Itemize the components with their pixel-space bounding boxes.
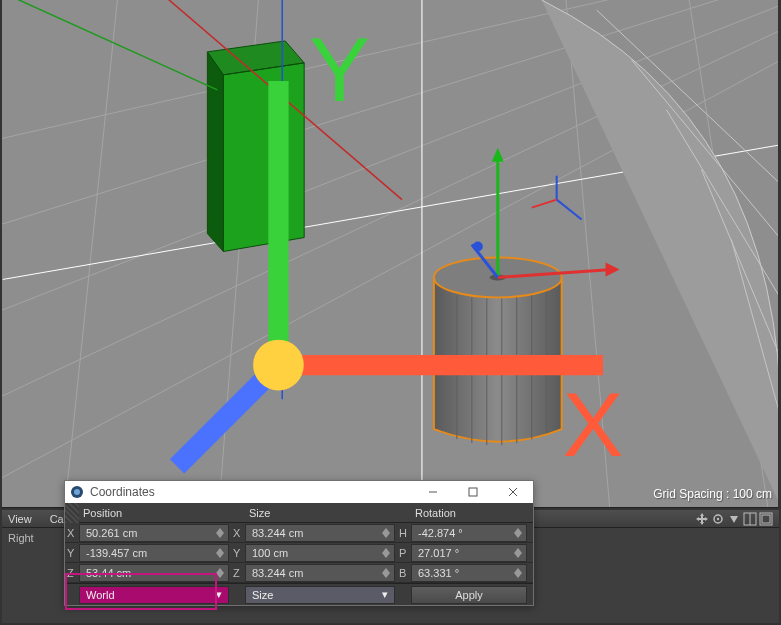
col-size: Size xyxy=(245,507,397,519)
svg-rect-57 xyxy=(762,515,770,523)
svg-point-59 xyxy=(74,489,80,495)
grid-spacing-label: Grid Spacing : 100 cm xyxy=(653,487,772,501)
titlebar[interactable]: Coordinates xyxy=(65,481,533,503)
coordinates-window[interactable]: Coordinates Position Size Rotation X 50.… xyxy=(64,480,534,606)
target-icon[interactable] xyxy=(711,512,725,528)
svg-point-42 xyxy=(473,242,483,252)
position-y-field[interactable]: -139.457 cm xyxy=(79,544,229,562)
axis-z-label: Z xyxy=(65,567,79,579)
svg-marker-20 xyxy=(223,63,304,252)
move-arrows-icon[interactable] xyxy=(695,512,709,528)
minimize-button[interactable] xyxy=(413,481,453,503)
svg-line-6 xyxy=(63,0,123,507)
rotation-p-field[interactable]: 27.017 ° xyxy=(411,544,527,562)
panel-layout-icon[interactable] xyxy=(743,512,757,528)
chevron-down-icon: ▾ xyxy=(216,588,222,601)
svg-rect-61 xyxy=(469,488,477,496)
axis-y-label: Y xyxy=(65,547,79,559)
maximize-button[interactable] xyxy=(453,481,493,503)
down-arrow-icon[interactable] xyxy=(727,512,741,528)
window-title: Coordinates xyxy=(90,485,155,499)
expand-panel-icon[interactable] xyxy=(759,512,773,528)
size-mode-dropdown[interactable]: Size ▾ xyxy=(245,586,395,604)
svg-point-53 xyxy=(717,518,719,520)
drag-grip-icon[interactable] xyxy=(65,503,79,523)
cylinder-object[interactable] xyxy=(434,257,562,445)
svg-marker-19 xyxy=(207,52,223,252)
panel-icon-row xyxy=(695,512,773,528)
chevron-down-icon: ▾ xyxy=(382,588,388,601)
position-z-field[interactable]: 53.44 cm xyxy=(79,564,229,582)
axis-y2-label: Y xyxy=(231,547,245,559)
size-z-field[interactable]: 83.244 cm xyxy=(245,564,395,582)
col-rotation: Rotation xyxy=(411,507,529,519)
axis-h-label: H xyxy=(397,527,411,539)
svg-line-43 xyxy=(557,200,582,220)
axis-b-label: B xyxy=(397,567,411,579)
apply-button[interactable]: Apply xyxy=(411,586,527,604)
rotation-b-field[interactable]: 63.331 ° xyxy=(411,564,527,582)
svg-marker-38 xyxy=(492,148,504,162)
rotation-h-field[interactable]: -42.874 ° xyxy=(411,524,527,542)
size-y-field[interactable]: 100 cm xyxy=(245,544,395,562)
viewport-3d[interactable]: Y X Grid Spacing : 100 cm xyxy=(2,0,778,508)
app-icon xyxy=(70,485,84,499)
size-x-field[interactable]: 83.244 cm xyxy=(245,524,395,542)
green-cube[interactable] xyxy=(207,41,304,252)
svg-marker-40 xyxy=(606,262,620,276)
col-position: Position xyxy=(79,507,231,519)
axis-x-label: X xyxy=(65,527,79,539)
axis-x2-label: X xyxy=(231,527,245,539)
menu-view[interactable]: View xyxy=(8,513,32,525)
axis-p-label: P xyxy=(397,547,411,559)
space-mode-dropdown[interactable]: World ▾ xyxy=(79,586,229,604)
close-button[interactable] xyxy=(493,481,533,503)
svg-line-45 xyxy=(532,200,557,208)
position-x-field[interactable]: 50.261 cm xyxy=(79,524,229,542)
axis-z2-label: Z xyxy=(231,567,245,579)
